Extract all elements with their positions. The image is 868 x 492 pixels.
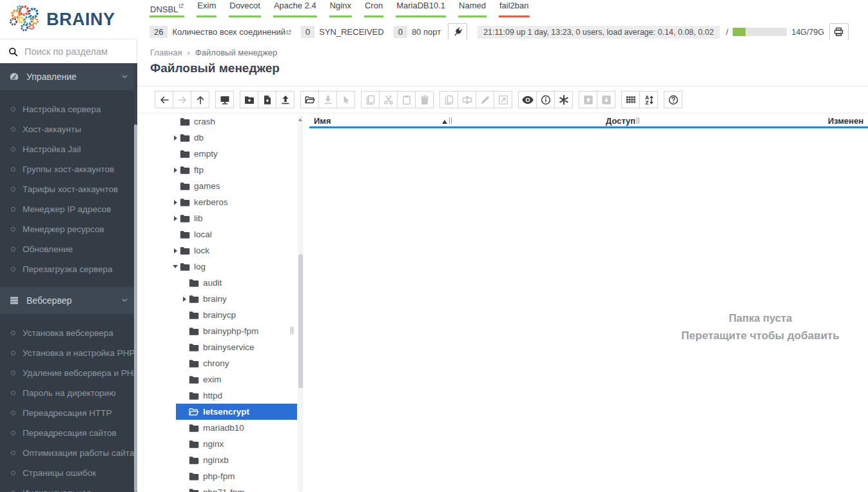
sidebar-section-webserver[interactable]: Вебсервер [0,287,137,314]
sidebar-item-http[interactable]: Переадресация HTTP [0,403,137,423]
archive-down-button[interactable] [597,91,615,108]
info-button[interactable] [536,91,555,108]
edit-button[interactable] [476,91,494,108]
up-button[interactable] [191,91,209,108]
tree-node-chrony[interactable]: chrony [137,355,297,371]
sort-asc-icon[interactable] [442,120,447,124]
expand-arrow-icon[interactable] [171,166,180,175]
sidebar-item-[interactable]: Хост-аккаунты [0,119,137,139]
expand-arrow-icon[interactable] [180,295,189,304]
expand-arrow-icon[interactable] [171,198,180,207]
permissions-button[interactable] [554,91,573,108]
panel-splitter-handle[interactable] [291,327,293,334]
column-header-name[interactable]: Имя [314,116,331,126]
tree-node-crash[interactable]: crash [137,113,297,130]
tree-node-lock[interactable]: lock [137,242,297,259]
tree-scrollbar-thumb[interactable] [298,254,303,388]
service-link-named[interactable]: Named [458,1,487,17]
paste-button[interactable] [397,91,416,108]
tree-node-nginx[interactable]: nginx [137,436,297,452]
sidebar-item-[interactable]: Группы хост-аккаунтов [0,159,137,179]
tree-node-db[interactable]: db [137,130,297,146]
service-link-cron[interactable]: Cron [364,1,383,17]
sidebar-item-[interactable]: Оптимизация работы сайта [0,443,137,463]
tree-node-games[interactable]: games [137,178,297,194]
sidebar-item-jail[interactable]: Настройка Jail [0,139,137,159]
brand-logo[interactable]: BRAINY [0,0,137,39]
tree-node-brainyphp-fpm[interactable]: brainyphp-fpm [137,323,297,339]
grid-view-button[interactable] [621,91,640,108]
sidebar-item-[interactable]: Тарифы хост-аккаунтов [0,179,137,199]
tree-node-empty[interactable]: empty [137,146,297,162]
rename-button[interactable] [458,91,476,108]
tree-node-exim[interactable]: exim [137,371,297,388]
service-link-exim[interactable]: Exim [197,1,217,17]
tree-node-lib[interactable]: lib [137,210,297,226]
expand-arrow-icon[interactable] [171,214,180,223]
sidebar-item-[interactable]: Настройка сервера [0,99,137,119]
tree-node-audit[interactable]: audit [137,275,297,291]
search-input[interactable] [24,46,128,57]
select-mode-button[interactable] [336,91,355,108]
column-header-access[interactable]: Доступ [606,116,635,126]
tree-node-log[interactable]: log [137,259,297,275]
extract-button[interactable] [494,91,512,108]
service-link-fail2ban[interactable]: fail2ban [499,1,530,17]
delete-button[interactable] [415,91,434,108]
sidebar-item-[interactable]: Установка вебсервера [0,323,137,343]
expand-arrow-icon[interactable] [171,246,180,255]
duplicate-button[interactable] [439,91,458,108]
breadcrumb-home[interactable]: Главная [150,48,182,57]
forward-button[interactable] [173,91,191,108]
tree-node-nginxb[interactable]: nginxb [137,452,297,468]
upload-button[interactable] [276,91,294,108]
expand-arrow-icon[interactable] [171,133,180,143]
tree-node-ftp[interactable]: ftp [137,162,297,178]
column-resize-handle[interactable] [449,117,452,124]
service-link-nginx[interactable]: Nginx [329,1,352,17]
tree-node-local[interactable]: local [137,226,297,242]
download-button[interactable] [318,91,337,108]
collapse-arrow-icon[interactable] [171,262,180,271]
tree-node-brainy[interactable]: brainy [137,291,297,307]
sidebar-item-[interactable]: Менеджер ресурсов [0,219,137,239]
service-link-apache-2-4[interactable]: Apache 2.4 [273,1,317,17]
sidebar-item-[interactable]: Перезагрузка сервера [0,259,137,279]
tree-node-brainycp[interactable]: brainycp [137,307,297,323]
scroll-up-icon[interactable] [298,118,302,121]
new-folder-button[interactable] [240,91,258,108]
tree-node-httpd[interactable]: httpd [137,388,297,404]
cut-button[interactable] [379,91,398,108]
service-link-dovecot[interactable]: Dovecot [229,1,261,17]
disk-details-button[interactable] [829,23,849,41]
tree-node-php71-fpm[interactable]: php71-fpm [137,484,297,492]
sort-az-button[interactable]: AZ [639,91,658,108]
sidebar-item-[interactable]: Обновление [0,239,137,259]
sidebar-item-[interactable]: Переадресация сайтов [0,423,137,443]
archive-up-button[interactable] [579,91,597,108]
column-header-changed[interactable]: Изменен [828,116,863,126]
help-button[interactable] [664,91,682,108]
open-folder-button[interactable] [300,91,319,108]
sidebar-item-ip[interactable]: Менеджер IP адресов [0,199,137,219]
service-link-mariadb10-1[interactable]: MariaDB10.1 [396,1,446,17]
sidebar-item-[interactable]: Страницы ошибок [0,463,137,483]
sidebar-section-management[interactable]: Управление [0,63,137,90]
column-resize-handle[interactable] [637,117,639,124]
sidebar-item-php[interactable]: Установка и настройка PHP [0,343,137,363]
copy-button[interactable] [361,91,380,108]
tree-node-brainyservice[interactable]: brainyservice [137,339,297,355]
tree-node-php-fpm[interactable]: php-fpm [137,468,297,484]
tree-scrollbar[interactable] [298,115,304,492]
sidebar-item-php[interactable]: Удаление вебсервера и PHP [0,363,137,383]
tree-node-mariadb10[interactable]: mariadb10 [137,420,297,436]
service-link-dnsbl[interactable]: DNSBL [149,1,184,17]
new-file-button[interactable] [258,91,276,108]
network-drive-button[interactable] [215,91,234,108]
sidebar-item-[interactable]: Индивидуальная [0,483,137,492]
tree-node-kerberos[interactable]: kerberos [137,194,297,210]
back-button[interactable] [155,91,173,108]
connections-button[interactable] [448,23,467,41]
sidebar-item-[interactable]: Пароль на директорию [0,383,137,403]
tree-node-letsencrypt[interactable]: letsencrypt [137,404,297,420]
